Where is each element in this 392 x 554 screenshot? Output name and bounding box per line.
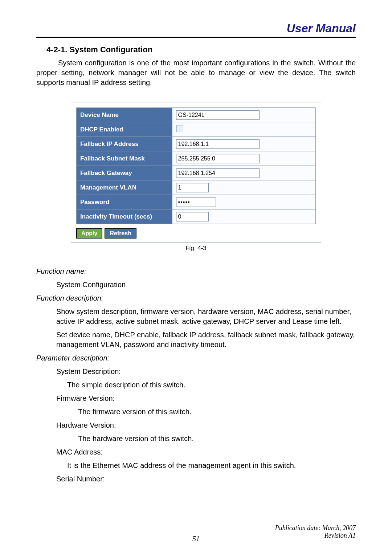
refresh-button[interactable]: Refresh: [105, 228, 136, 239]
fallback-ip-input[interactable]: [176, 139, 260, 149]
param-3-desc: It is the Ethernet MAC address of the ma…: [67, 461, 356, 471]
label-password: Password: [77, 195, 172, 209]
cell-vlan: [172, 180, 315, 195]
gateway-input[interactable]: [176, 168, 260, 178]
password-input[interactable]: [176, 197, 216, 207]
function-name-label: Function name:: [36, 266, 356, 276]
page-number: 51: [0, 535, 392, 543]
cell-device-name: [172, 108, 315, 122]
cell-gateway: [172, 166, 315, 180]
row-dhcp: DHCP Enabled: [77, 122, 316, 137]
function-desc-label: Function description:: [36, 293, 356, 303]
row-vlan: Management VLAN: [77, 180, 316, 195]
vlan-input[interactable]: [176, 183, 209, 192]
label-subnet: Fallback Subnet Mask: [77, 151, 172, 166]
param-2-desc: The hardware version of this switch.: [78, 434, 356, 444]
dhcp-checkbox[interactable]: [176, 125, 183, 132]
param-0-desc: The simple description of this switch.: [67, 380, 356, 390]
param-1-desc: The firmware version of this switch.: [78, 407, 356, 417]
page-header: User Manual: [36, 22, 356, 38]
section-intro: System configuration is one of the most …: [36, 58, 356, 87]
footer-pub: Publication date: March, 2007: [275, 524, 356, 532]
label-fallback-ip: Fallback IP Address: [77, 137, 172, 151]
config-box: Device Name DHCP Enabled Fallback IP Add…: [71, 102, 321, 243]
row-fallback-ip: Fallback IP Address: [77, 137, 316, 151]
label-gateway: Fallback Gateway: [77, 166, 172, 180]
config-table: Device Name DHCP Enabled Fallback IP Add…: [76, 107, 316, 224]
label-vlan: Management VLAN: [77, 180, 172, 195]
device-name-input[interactable]: [176, 110, 260, 120]
param-2-name: Hardware Version:: [56, 420, 356, 430]
subnet-mask-input[interactable]: [176, 154, 260, 163]
row-device-name: Device Name: [77, 108, 316, 122]
cell-subnet: [172, 151, 315, 166]
row-password: Password: [77, 195, 316, 209]
row-gateway: Fallback Gateway: [77, 166, 316, 180]
label-device-name: Device Name: [77, 108, 172, 122]
cell-timeout: [172, 209, 315, 224]
label-timeout: Inactivity Timeout (secs): [77, 209, 172, 224]
param-desc-label: Parameter description:: [36, 353, 356, 363]
param-3-name: MAC Address:: [56, 447, 356, 457]
button-row: Apply Refresh: [76, 228, 316, 239]
cell-password: [172, 195, 315, 209]
figure-caption: Fig. 4-3: [36, 245, 356, 252]
descriptions-block: Function name: System Configuration Func…: [36, 266, 356, 484]
config-figure: Device Name DHCP Enabled Fallback IP Add…: [36, 102, 356, 243]
function-desc-p2: Set device name, DHCP enable, fallback I…: [56, 330, 356, 350]
header-title: User Manual: [287, 22, 356, 35]
apply-button[interactable]: Apply: [76, 228, 102, 239]
param-0-name: System Description:: [56, 367, 356, 376]
row-timeout: Inactivity Timeout (secs): [77, 209, 316, 224]
param-4-name: Serial Number:: [56, 474, 356, 484]
timeout-input[interactable]: [176, 212, 209, 221]
cell-dhcp: [172, 122, 315, 137]
function-desc-p1: Show system description, firmware versio…: [56, 307, 356, 326]
cell-fallback-ip: [172, 137, 315, 151]
row-subnet: Fallback Subnet Mask: [77, 151, 316, 166]
label-dhcp: DHCP Enabled: [77, 122, 172, 137]
section-heading: 4-2-1. System Configuration: [46, 45, 356, 54]
function-name-value: System Configuration: [56, 280, 356, 290]
param-1-name: Firmware Version:: [56, 394, 356, 403]
